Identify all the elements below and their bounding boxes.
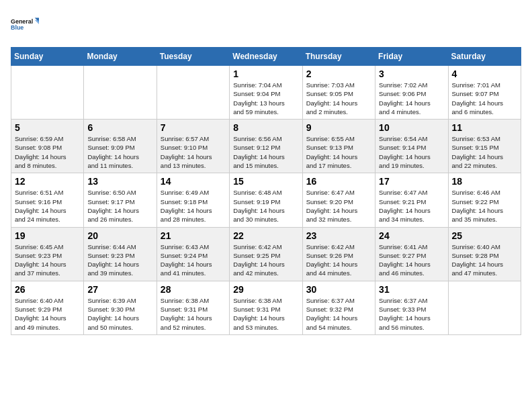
day-number: 15 [233, 176, 298, 187]
col-header-thursday: Thursday [302, 48, 375, 66]
day-info: Sunrise: 6:42 AM Sunset: 9:26 PM Dayligh… [306, 242, 371, 278]
week-row-2: 5Sunrise: 6:59 AM Sunset: 9:08 PM Daylig… [11, 120, 521, 173]
logo: General Blue [11, 11, 39, 39]
day-number: 14 [161, 176, 226, 187]
calendar-cell: 25Sunrise: 6:40 AM Sunset: 9:28 PM Dayli… [448, 227, 521, 281]
day-info: Sunrise: 7:01 AM Sunset: 9:07 PM Dayligh… [452, 81, 517, 116]
day-info: Sunrise: 6:47 AM Sunset: 9:21 PM Dayligh… [379, 188, 444, 224]
day-number: 2 [306, 68, 371, 79]
calendar-table: SundayMondayTuesdayWednesdayThursdayFrid… [11, 47, 521, 335]
day-number: 26 [15, 284, 80, 295]
day-number: 7 [161, 122, 226, 133]
col-header-monday: Monday [84, 48, 157, 66]
day-info: Sunrise: 6:53 AM Sunset: 9:15 PM Dayligh… [452, 134, 517, 170]
day-info: Sunrise: 6:59 AM Sunset: 9:08 PM Dayligh… [15, 134, 80, 170]
calendar-cell: 17Sunrise: 6:47 AM Sunset: 9:21 PM Dayli… [375, 173, 448, 227]
calendar-cell: 22Sunrise: 6:42 AM Sunset: 9:25 PM Dayli… [230, 227, 302, 281]
calendar-cell: 18Sunrise: 6:46 AM Sunset: 9:22 PM Dayli… [448, 173, 521, 227]
day-info: Sunrise: 6:37 AM Sunset: 9:32 PM Dayligh… [306, 296, 371, 332]
day-info: Sunrise: 6:46 AM Sunset: 9:22 PM Dayligh… [452, 188, 517, 224]
col-header-friday: Friday [375, 48, 448, 66]
day-number: 23 [306, 230, 371, 241]
calendar-cell: 23Sunrise: 6:42 AM Sunset: 9:26 PM Dayli… [302, 227, 375, 281]
calendar-cell: 12Sunrise: 6:51 AM Sunset: 9:16 PM Dayli… [11, 173, 84, 227]
calendar-cell: 27Sunrise: 6:39 AM Sunset: 9:30 PM Dayli… [84, 281, 157, 334]
day-info: Sunrise: 6:45 AM Sunset: 9:23 PM Dayligh… [15, 242, 80, 278]
day-info: Sunrise: 7:04 AM Sunset: 9:04 PM Dayligh… [233, 81, 298, 116]
calendar-cell: 13Sunrise: 6:50 AM Sunset: 9:17 PM Dayli… [84, 173, 157, 227]
calendar-cell: 4Sunrise: 7:01 AM Sunset: 9:07 PM Daylig… [448, 66, 521, 120]
day-number: 19 [15, 230, 80, 241]
day-number: 20 [87, 230, 152, 241]
day-number: 13 [87, 176, 152, 187]
calendar-cell: 20Sunrise: 6:44 AM Sunset: 9:23 PM Dayli… [84, 227, 157, 281]
day-number: 8 [233, 122, 298, 133]
calendar-cell: 29Sunrise: 6:38 AM Sunset: 9:31 PM Dayli… [230, 281, 302, 334]
col-header-wednesday: Wednesday [230, 48, 302, 66]
calendar-cell [157, 66, 229, 120]
calendar-cell: 15Sunrise: 6:48 AM Sunset: 9:19 PM Dayli… [230, 173, 302, 227]
calendar-cell: 8Sunrise: 6:56 AM Sunset: 9:12 PM Daylig… [230, 120, 302, 173]
day-number: 25 [452, 230, 517, 241]
day-info: Sunrise: 6:48 AM Sunset: 9:19 PM Dayligh… [233, 188, 298, 224]
calendar-cell: 2Sunrise: 7:03 AM Sunset: 9:05 PM Daylig… [302, 66, 375, 120]
day-info: Sunrise: 6:41 AM Sunset: 9:27 PM Dayligh… [379, 242, 444, 278]
day-info: Sunrise: 7:03 AM Sunset: 9:05 PM Dayligh… [306, 81, 371, 116]
calendar-cell: 10Sunrise: 6:54 AM Sunset: 9:14 PM Dayli… [375, 120, 448, 173]
calendar-cell: 28Sunrise: 6:38 AM Sunset: 9:31 PM Dayli… [157, 281, 229, 334]
svg-text:General: General [11, 18, 33, 25]
day-number: 21 [161, 230, 226, 241]
calendar-cell: 19Sunrise: 6:45 AM Sunset: 9:23 PM Dayli… [11, 227, 84, 281]
calendar-cell: 14Sunrise: 6:49 AM Sunset: 9:18 PM Dayli… [157, 173, 229, 227]
calendar-cell: 31Sunrise: 6:37 AM Sunset: 9:33 PM Dayli… [375, 281, 448, 334]
calendar-cell [11, 66, 84, 120]
day-number: 27 [87, 284, 152, 295]
col-header-sunday: Sunday [11, 48, 84, 66]
logo-svg: General Blue [11, 11, 39, 39]
page-header: General Blue [11, 11, 521, 39]
day-number: 17 [379, 176, 444, 187]
day-info: Sunrise: 6:44 AM Sunset: 9:23 PM Dayligh… [87, 242, 152, 278]
day-info: Sunrise: 6:47 AM Sunset: 9:20 PM Dayligh… [306, 188, 371, 224]
day-number: 18 [452, 176, 517, 187]
day-number: 4 [452, 68, 517, 79]
day-info: Sunrise: 6:37 AM Sunset: 9:33 PM Dayligh… [379, 296, 444, 332]
day-number: 28 [161, 284, 226, 295]
day-number: 9 [306, 122, 371, 133]
calendar-cell [84, 66, 157, 120]
week-row-3: 12Sunrise: 6:51 AM Sunset: 9:16 PM Dayli… [11, 173, 521, 227]
day-number: 3 [379, 68, 444, 79]
day-number: 10 [379, 122, 444, 133]
day-info: Sunrise: 6:57 AM Sunset: 9:10 PM Dayligh… [161, 134, 226, 170]
week-row-5: 26Sunrise: 6:40 AM Sunset: 9:29 PM Dayli… [11, 281, 521, 334]
day-info: Sunrise: 6:43 AM Sunset: 9:24 PM Dayligh… [161, 242, 226, 278]
week-row-4: 19Sunrise: 6:45 AM Sunset: 9:23 PM Dayli… [11, 227, 521, 281]
day-number: 16 [306, 176, 371, 187]
day-number: 11 [452, 122, 517, 133]
day-number: 24 [379, 230, 444, 241]
day-number: 12 [15, 176, 80, 187]
calendar-cell: 26Sunrise: 6:40 AM Sunset: 9:29 PM Dayli… [11, 281, 84, 334]
day-number: 31 [379, 284, 444, 295]
week-row-1: 1Sunrise: 7:04 AM Sunset: 9:04 PM Daylig… [11, 66, 521, 120]
calendar-cell: 3Sunrise: 7:02 AM Sunset: 9:06 PM Daylig… [375, 66, 448, 120]
calendar-cell: 24Sunrise: 6:41 AM Sunset: 9:27 PM Dayli… [375, 227, 448, 281]
day-info: Sunrise: 6:54 AM Sunset: 9:14 PM Dayligh… [379, 134, 444, 170]
calendar-cell: 11Sunrise: 6:53 AM Sunset: 9:15 PM Dayli… [448, 120, 521, 173]
day-number: 30 [306, 284, 371, 295]
calendar-cell: 6Sunrise: 6:58 AM Sunset: 9:09 PM Daylig… [84, 120, 157, 173]
calendar-cell: 1Sunrise: 7:04 AM Sunset: 9:04 PM Daylig… [230, 66, 302, 120]
day-info: Sunrise: 7:02 AM Sunset: 9:06 PM Dayligh… [379, 81, 444, 116]
day-info: Sunrise: 6:58 AM Sunset: 9:09 PM Dayligh… [87, 134, 152, 170]
day-info: Sunrise: 6:50 AM Sunset: 9:17 PM Dayligh… [87, 188, 152, 224]
day-info: Sunrise: 6:42 AM Sunset: 9:25 PM Dayligh… [233, 242, 298, 278]
day-number: 1 [233, 68, 298, 79]
calendar-cell: 21Sunrise: 6:43 AM Sunset: 9:24 PM Dayli… [157, 227, 229, 281]
day-info: Sunrise: 6:38 AM Sunset: 9:31 PM Dayligh… [161, 296, 226, 332]
calendar-cell: 16Sunrise: 6:47 AM Sunset: 9:20 PM Dayli… [302, 173, 375, 227]
calendar-cell: 9Sunrise: 6:55 AM Sunset: 9:13 PM Daylig… [302, 120, 375, 173]
svg-marker-3 [35, 20, 39, 24]
svg-text:Blue: Blue [11, 24, 24, 31]
day-info: Sunrise: 6:55 AM Sunset: 9:13 PM Dayligh… [306, 134, 371, 170]
day-info: Sunrise: 6:38 AM Sunset: 9:31 PM Dayligh… [233, 296, 298, 332]
